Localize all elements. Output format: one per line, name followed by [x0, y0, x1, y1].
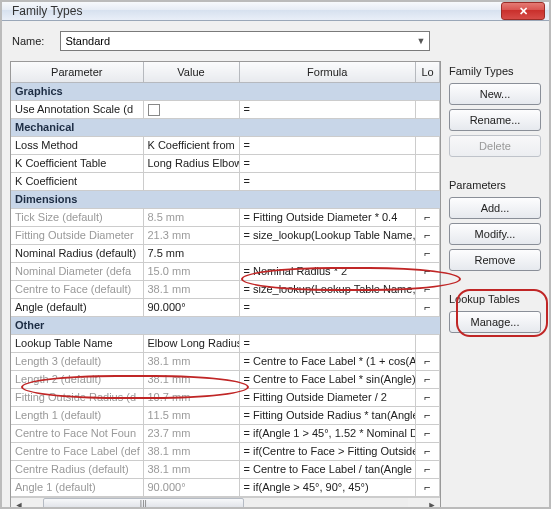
rename-button[interactable]: Rename...: [449, 109, 541, 131]
row-angle1[interactable]: Angle 1 (default) 90.000° = if(Angle > 4…: [11, 478, 440, 496]
scroll-left-icon[interactable]: ◄: [11, 498, 27, 509]
titlebar: Family Types ✕: [2, 2, 549, 21]
section-dimensions[interactable]: Dimensions: [11, 190, 440, 208]
row-tick-size[interactable]: Tick Size (default) 8.5 mm = Fitting Out…: [11, 208, 440, 226]
name-row: Name: Standard ▼: [10, 27, 541, 61]
row-loss-method[interactable]: Loss Method K Coefficient from =: [11, 136, 440, 154]
family-types-dialog: Family Types ✕ Name: Standard ▼: [2, 2, 549, 507]
row-nominal-radius[interactable]: Nominal Radius (default) 7.5 mm ⌐: [11, 244, 440, 262]
name-dropdown-value: Standard: [65, 35, 110, 47]
chevron-down-icon: ▼: [416, 36, 425, 46]
row-k-coeff-table[interactable]: K Coefficient Table Long Radius Elbow =: [11, 154, 440, 172]
col-header-formula[interactable]: Formula: [239, 62, 416, 82]
parameters-grid: Parameter Value Formula Lo Graphics Use …: [10, 61, 441, 509]
row-length3[interactable]: Length 3 (default) 38.1 mm = Centre to F…: [11, 352, 440, 370]
section-other[interactable]: Other: [11, 316, 440, 334]
group-title-family-types: Family Types: [449, 65, 541, 77]
row-ctf-not-found[interactable]: Centre to Face Not Foun 23.7 mm = if(Ang…: [11, 424, 440, 442]
row-angle[interactable]: Angle (default) 90.000° = ⌐: [11, 298, 440, 316]
name-label: Name:: [12, 35, 44, 47]
row-ctf-label[interactable]: Centre to Face Label (def 38.1 mm = if(C…: [11, 442, 440, 460]
delete-button: Delete: [449, 135, 541, 157]
section-graphics[interactable]: Graphics: [11, 82, 440, 100]
scroll-thumb[interactable]: |||: [43, 498, 244, 509]
name-dropdown[interactable]: Standard ▼: [60, 31, 430, 51]
grid-table: Parameter Value Formula Lo Graphics Use …: [11, 62, 440, 497]
scroll-track[interactable]: |||: [43, 498, 408, 509]
col-header-lock[interactable]: Lo: [416, 62, 440, 82]
sidebar: Family Types New... Rename... Delete Par…: [449, 61, 541, 509]
group-title-parameters: Parameters: [449, 179, 541, 191]
row-use-annotation-scale[interactable]: Use Annotation Scale (d =: [11, 100, 440, 118]
add-button[interactable]: Add...: [449, 197, 541, 219]
group-title-lookup-tables: Lookup Tables: [449, 293, 541, 305]
row-k-coeff[interactable]: K Coefficient =: [11, 172, 440, 190]
checkbox-icon[interactable]: [148, 104, 160, 116]
section-mechanical[interactable]: Mechanical: [11, 118, 440, 136]
row-nominal-diameter[interactable]: Nominal Diameter (defa 15.0 mm = Nominal…: [11, 262, 440, 280]
main-row: Parameter Value Formula Lo Graphics Use …: [10, 61, 541, 509]
row-centre-to-face[interactable]: Centre to Face (default) 38.1 mm = size_…: [11, 280, 440, 298]
new-button[interactable]: New...: [449, 83, 541, 105]
horizontal-scrollbar[interactable]: ◄ ||| ►: [11, 497, 440, 510]
dialog-body: Name: Standard ▼ Parameter Val: [2, 21, 549, 509]
row-length2[interactable]: Length 2 (default) 38.1 mm = Centre to F…: [11, 370, 440, 388]
row-lookup-table-name[interactable]: Lookup Table Name Elbow Long Radius - =: [11, 334, 440, 352]
close-icon: ✕: [519, 5, 528, 18]
grid-header-row: Parameter Value Formula Lo: [11, 62, 440, 82]
row-centre-radius[interactable]: Centre Radius (default) 38.1 mm = Centre…: [11, 460, 440, 478]
manage-button[interactable]: Manage...: [449, 311, 541, 333]
row-fitting-od[interactable]: Fitting Outside Diameter 21.3 mm = size_…: [11, 226, 440, 244]
col-header-value[interactable]: Value: [143, 62, 239, 82]
modify-button[interactable]: Modify...: [449, 223, 541, 245]
row-fitting-or[interactable]: Fitting Outside Radius (d 10.7 mm = Fitt…: [11, 388, 440, 406]
grid-scroll[interactable]: Parameter Value Formula Lo Graphics Use …: [11, 62, 440, 497]
close-button[interactable]: ✕: [501, 2, 545, 20]
window-title: Family Types: [12, 4, 501, 18]
row-length1[interactable]: Length 1 (default) 11.5 mm = Fitting Out…: [11, 406, 440, 424]
remove-button[interactable]: Remove: [449, 249, 541, 271]
scroll-right-icon[interactable]: ►: [424, 498, 440, 509]
col-header-parameter[interactable]: Parameter: [11, 62, 143, 82]
